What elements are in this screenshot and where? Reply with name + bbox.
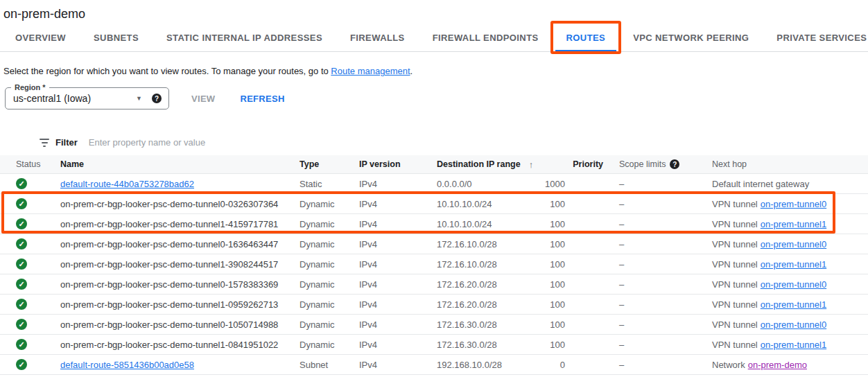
filter-label[interactable]: Filter (55, 137, 78, 148)
name-cell: on-prem-cr-bgp-looker-psc-demo-tunnel0-0… (60, 199, 300, 209)
region-select-label: Region * (11, 83, 49, 91)
col-header-next-hop: Next hop (712, 159, 868, 169)
priority-cell: 100 (541, 259, 603, 270)
tab[interactable]: SUBNETS (80, 25, 153, 51)
tab-label: STATIC INTERNAL IP ADDRESSES (166, 33, 322, 43)
name-cell: on-prem-cr-bgp-looker-psc-demo-tunnel0-1… (60, 239, 300, 249)
next-hop-link[interactable]: on-prem-tunnel1 (761, 340, 826, 350)
status-cell: ✓ (0, 299, 60, 310)
col-header-destination-label: Destination IP range (437, 159, 521, 169)
status-ok-icon: ✓ (16, 258, 27, 270)
table-row: ✓ on-prem-cr-bgp-looker-psc-demo-tunnel0… (0, 315, 868, 335)
tab-label: FIREWALLS (350, 33, 405, 43)
status-cell: ✓ (0, 359, 60, 371)
next-hop-cell: VPN tunnel on-prem-tunnel1 (712, 299, 868, 310)
destination-ip-range-cell: 172.16.20.0/28 (437, 279, 541, 290)
view-button[interactable]: VIEW (184, 88, 222, 109)
next-hop-text: VPN tunnel (712, 259, 758, 270)
next-hop-cell: VPN tunnel on-prem-tunnel0 (712, 279, 868, 290)
priority-cell: 100 (541, 239, 603, 249)
ip-version-cell: IPv4 (359, 259, 437, 270)
route-name-text: on-prem-cr-bgp-looker-psc-demo-tunnel1-4… (60, 219, 278, 229)
help-icon[interactable]: ? (152, 94, 162, 103)
next-hop-link[interactable]: on-prem-tunnel0 (761, 319, 826, 330)
tab[interactable]: OVERVIEW (1, 25, 80, 51)
next-hop-text: VPN tunnel (712, 279, 758, 290)
ip-version-cell: IPv4 (359, 319, 437, 330)
region-select-value: us-central1 (Iowa) (13, 93, 136, 104)
type-cell: Dynamic (300, 319, 359, 330)
next-hop-text: VPN tunnel (712, 319, 758, 330)
next-hop-visited-link[interactable]: on-prem-demo (748, 360, 807, 370)
next-hop-link[interactable]: on-prem-tunnel1 (761, 299, 826, 310)
tab[interactable]: ROUTES (553, 25, 620, 51)
priority-cell: 100 (541, 340, 603, 350)
next-hop-text: VPN tunnel (712, 219, 758, 229)
filter-icon[interactable] (40, 139, 49, 147)
sort-ascending-icon[interactable]: ↑ (529, 159, 534, 170)
name-cell: on-prem-cr-bgp-looker-psc-demo-tunnel1-0… (60, 299, 300, 310)
status-cell: ✓ (0, 258, 60, 270)
scope-limits-cell: – (603, 239, 712, 249)
next-hop-cell: VPN tunnel on-prem-tunnel1 (712, 340, 868, 350)
route-name-text: on-prem-cr-bgp-looker-psc-demo-tunnel1-0… (60, 299, 278, 310)
next-hop-link[interactable]: on-prem-tunnel0 (761, 239, 826, 249)
route-name-text: on-prem-cr-bgp-looker-psc-demo-tunnel0-1… (60, 239, 278, 249)
route-management-link[interactable]: Route management (331, 66, 410, 76)
next-hop-text: Default internet gateway (712, 179, 809, 189)
name-cell: on-prem-cr-bgp-looker-psc-demo-tunnel1-3… (60, 259, 300, 270)
tab[interactable]: FIREWALLS (336, 25, 419, 51)
scope-limits-cell: – (603, 179, 712, 189)
status-ok-icon: ✓ (16, 198, 27, 209)
chevron-down-icon[interactable]: ▼ (136, 95, 142, 102)
route-name-link[interactable]: default-route-44b0a753278bad62 (60, 179, 194, 189)
destination-ip-range-cell: 10.10.10.0/24 (437, 199, 541, 209)
region-select[interactable]: Region * us-central1 (Iowa) ▼ ? (5, 87, 169, 109)
scope-limits-cell: – (603, 279, 712, 290)
tab-label: PRIVATE SERVICES ACCESS (776, 33, 868, 43)
next-hop-link[interactable]: on-prem-tunnel1 (761, 219, 826, 229)
name-cell: default-route-5851436b00ad0e58 (60, 360, 300, 370)
ip-version-cell: IPv4 (359, 239, 437, 249)
col-header-ip-version[interactable]: IP version (359, 159, 437, 169)
scope-limits-cell: – (603, 319, 712, 330)
route-name-text: on-prem-cr-bgp-looker-psc-demo-tunnel0-1… (60, 279, 278, 290)
col-header-priority[interactable]: Priority (541, 159, 603, 169)
tab-label: ROUTES (566, 33, 606, 43)
priority-cell: 1000 (541, 179, 603, 189)
region-help-text: Select the region for which you want to … (3, 66, 868, 76)
route-name-link[interactable]: default-route-5851436b00ad0e58 (60, 360, 194, 370)
col-header-type[interactable]: Type (300, 159, 359, 169)
status-ok-icon: ✓ (16, 339, 27, 350)
destination-ip-range-cell: 172.16.20.0/28 (437, 299, 541, 310)
next-hop-link[interactable]: on-prem-tunnel1 (761, 259, 826, 270)
next-hop-link[interactable]: on-prem-tunnel0 (761, 199, 826, 209)
col-header-name[interactable]: Name (60, 159, 300, 169)
tab[interactable]: PRIVATE SERVICES ACCESS (763, 25, 868, 51)
status-cell: ✓ (0, 238, 60, 250)
name-cell: on-prem-cr-bgp-looker-psc-demo-tunnel1-0… (60, 340, 300, 350)
scope-limits-cell: – (603, 360, 712, 370)
priority-cell: 100 (541, 279, 603, 290)
status-cell: ✓ (0, 218, 60, 230)
type-cell: Subnet (300, 360, 359, 370)
description-text-after: . (410, 66, 413, 76)
destination-ip-range-cell: 172.16.10.0/28 (437, 259, 541, 270)
status-ok-icon: ✓ (16, 178, 27, 189)
refresh-button[interactable]: REFRESH (233, 88, 291, 109)
col-header-destination-ip-range[interactable]: Destination IP range ↑ (437, 159, 541, 170)
help-icon[interactable]: ? (670, 159, 679, 169)
status-cell: ✓ (0, 339, 60, 351)
priority-cell: 100 (541, 319, 603, 330)
col-header-status: Status (0, 159, 60, 169)
tab[interactable]: FIREWALL ENDPOINTS (419, 25, 553, 51)
status-ok-icon: ✓ (16, 238, 27, 249)
tab[interactable]: VPC NETWORK PEERING (619, 25, 763, 51)
tab-label: OVERVIEW (15, 33, 66, 43)
ip-version-cell: IPv4 (359, 199, 437, 209)
next-hop-link[interactable]: on-prem-tunnel0 (761, 279, 826, 290)
name-cell: on-prem-cr-bgp-looker-psc-demo-tunnel0-1… (60, 279, 300, 290)
type-cell: Dynamic (300, 279, 359, 290)
filter-input[interactable] (89, 137, 868, 148)
tab[interactable]: STATIC INTERNAL IP ADDRESSES (153, 25, 336, 51)
